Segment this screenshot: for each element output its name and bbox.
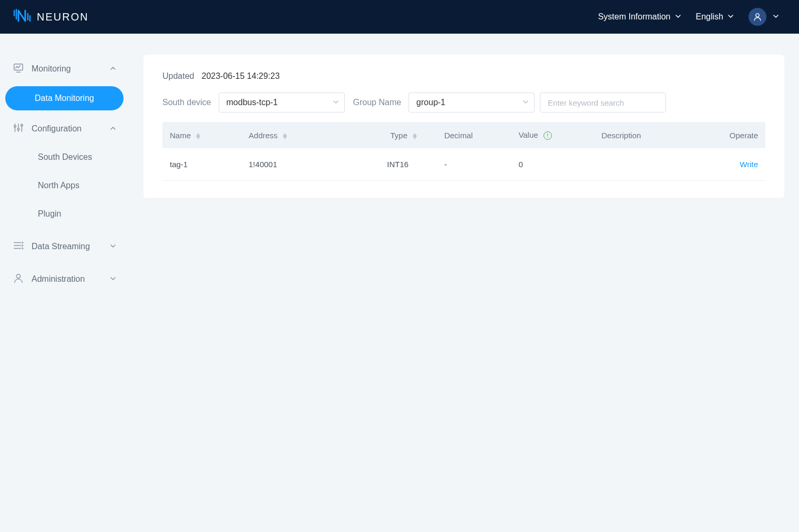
- info-icon[interactable]: !: [544, 131, 552, 140]
- south-device-label: South device: [162, 98, 211, 107]
- chevron-down-icon: [523, 98, 529, 107]
- monitor-icon: [13, 62, 24, 76]
- chevron-down-icon: [110, 242, 116, 251]
- cell-address: 1!40001: [242, 148, 335, 181]
- col-name[interactable]: Name: [162, 122, 242, 148]
- topbar: NEURON System Information English: [0, 0, 799, 34]
- system-information-label: System Information: [598, 12, 671, 22]
- nav-data-monitoring-label: Data Monitoring: [35, 94, 94, 103]
- main-content: Updated 2023-06-15 14:29:23 South device…: [129, 34, 799, 532]
- nav-data-streaming[interactable]: Data Streaming: [5, 232, 124, 261]
- col-address-label: Address: [249, 131, 278, 140]
- nav-monitoring[interactable]: Monitoring: [5, 55, 124, 83]
- col-description-label: Description: [601, 131, 641, 140]
- nav-configuration[interactable]: Configuration: [5, 115, 124, 143]
- table-row: tag-1 1!40001 INT16 - 0 Write: [162, 148, 765, 181]
- sort-icon: [413, 133, 417, 139]
- svg-rect-1: [14, 64, 23, 70]
- brand-text: NEURON: [37, 11, 89, 23]
- user-menu[interactable]: [741, 8, 786, 26]
- svg-point-2: [14, 125, 16, 127]
- language-menu[interactable]: English: [689, 12, 741, 22]
- updated-value: 2023-06-15 14:29:23: [202, 71, 280, 81]
- cell-type: INT16: [335, 148, 438, 181]
- cell-value: 0: [512, 148, 595, 181]
- nav-plugin[interactable]: Plugin: [32, 200, 124, 228]
- nav-north-apps-label: North Apps: [38, 181, 79, 190]
- svg-point-4: [21, 125, 23, 127]
- logo-icon: [13, 8, 32, 26]
- col-name-label: Name: [170, 131, 191, 140]
- col-address[interactable]: Address: [242, 122, 335, 148]
- chevron-down-icon: [675, 12, 681, 22]
- svg-point-0: [756, 14, 759, 17]
- sort-icon: [196, 133, 200, 139]
- nav-data-monitoring[interactable]: Data Monitoring: [5, 86, 124, 110]
- user-icon: [13, 272, 24, 286]
- col-value: Value !: [512, 122, 595, 148]
- cell-name: tag-1: [162, 148, 242, 181]
- nav-plugin-label: Plugin: [38, 209, 61, 218]
- sliders-icon: [13, 122, 24, 136]
- updated-label: Updated: [162, 71, 194, 81]
- col-decimal-label: Decimal: [444, 131, 473, 140]
- system-information-menu[interactable]: System Information: [591, 12, 689, 22]
- user-avatar-icon: [749, 8, 766, 26]
- sort-icon: [283, 133, 287, 139]
- col-type[interactable]: Type: [335, 122, 438, 148]
- south-device-select[interactable]: modbus-tcp-1: [219, 93, 345, 112]
- chevron-down-icon: [773, 12, 779, 22]
- chevron-down-icon: [333, 98, 339, 107]
- chevron-down-icon: [728, 12, 734, 22]
- nav-configuration-label: Configuration: [32, 124, 81, 134]
- sidebar: Monitoring Data Monitoring Configuration: [0, 34, 129, 532]
- svg-point-5: [16, 274, 20, 278]
- tags-table: Name Address: [162, 122, 765, 181]
- col-value-label: Value: [518, 130, 538, 139]
- filter-row: South device modbus-tcp-1 Group Name gro…: [162, 93, 765, 112]
- write-link[interactable]: Write: [740, 160, 758, 169]
- chevron-up-icon: [110, 124, 116, 134]
- data-monitoring-panel: Updated 2023-06-15 14:29:23 South device…: [144, 55, 784, 198]
- south-device-value: modbus-tcp-1: [227, 98, 278, 107]
- chevron-up-icon: [110, 64, 116, 74]
- col-description: Description: [595, 122, 689, 148]
- nav-administration-label: Administration: [32, 274, 85, 284]
- group-name-label: Group Name: [353, 98, 402, 107]
- nav-data-streaming-label: Data Streaming: [32, 242, 90, 251]
- col-operate: Operate: [689, 122, 765, 148]
- keyword-search-input[interactable]: [540, 93, 666, 112]
- nav-south-devices-label: South Devices: [38, 152, 92, 161]
- stream-icon: [13, 240, 24, 253]
- updated-row: Updated 2023-06-15 14:29:23: [162, 71, 765, 81]
- group-name-select[interactable]: group-1: [408, 93, 535, 112]
- cell-operate: Write: [689, 148, 765, 181]
- group-name-value: group-1: [416, 98, 445, 107]
- svg-point-3: [17, 128, 19, 130]
- logo: NEURON: [13, 8, 89, 26]
- col-decimal: Decimal: [438, 122, 512, 148]
- cell-description: [595, 148, 689, 181]
- nav-north-apps[interactable]: North Apps: [32, 171, 124, 200]
- nav-monitoring-label: Monitoring: [32, 64, 71, 74]
- nav-administration[interactable]: Administration: [5, 265, 124, 293]
- nav-south-devices[interactable]: South Devices: [32, 143, 124, 171]
- cell-decimal: -: [438, 148, 512, 181]
- col-type-label: Type: [390, 131, 407, 140]
- col-operate-label: Operate: [730, 131, 758, 140]
- chevron-down-icon: [110, 274, 116, 284]
- language-label: English: [696, 12, 723, 22]
